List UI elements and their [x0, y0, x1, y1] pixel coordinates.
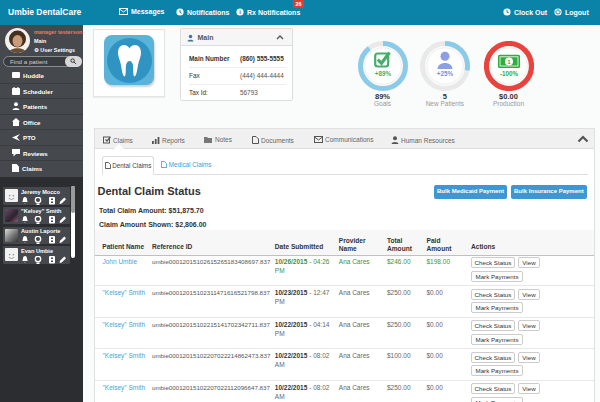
svg-text:+89%: +89%	[374, 70, 391, 77]
svg-text:-100%: -100%	[499, 70, 518, 77]
svg-text:+25%: +25%	[437, 70, 454, 77]
